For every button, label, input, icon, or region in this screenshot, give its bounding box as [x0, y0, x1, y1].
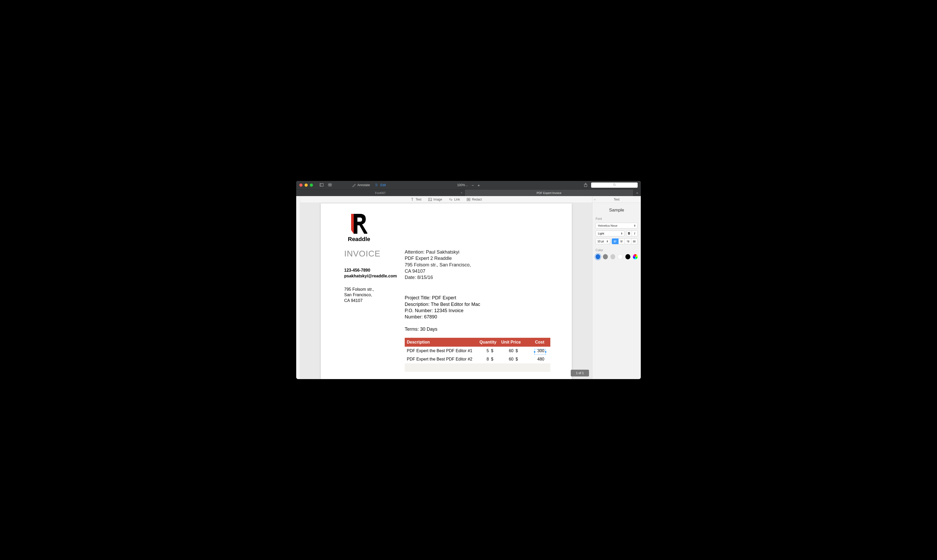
select-arrows-icon: ▲▼ [634, 224, 636, 227]
font-section-label: Font [595, 217, 638, 221]
svg-rect-5 [330, 185, 332, 186]
zoom-controls: 100%⌄ − + [457, 183, 480, 188]
color-swatch-gray[interactable] [603, 254, 608, 259]
add-tab-button[interactable]: + [634, 189, 641, 196]
svg-rect-2 [328, 183, 330, 185]
attention-line: CA 94107 [405, 268, 550, 274]
selection-handle-right[interactable] [545, 351, 546, 353]
cell-description: PDF Expert the Best PDF Editor #2 [405, 357, 480, 362]
document-body: INVOICE 123-456-7890 psakhatskyi@readdle… [344, 249, 548, 379]
image-tool-button[interactable]: Image [428, 198, 442, 201]
align-right-button[interactable] [625, 238, 631, 244]
italic-button[interactable]: I [632, 231, 638, 236]
table-row-empty [405, 363, 550, 372]
sidebar-toggle-icon[interactable] [320, 183, 323, 187]
cell-currency: $ [514, 349, 523, 353]
annotate-mode-button[interactable]: Annotate [352, 183, 370, 187]
attention-line: 795 Folsom str., San Francisco, [405, 262, 550, 268]
select-arrows-icon: ▲▼ [606, 240, 608, 243]
project-line: Description: The Best Editor for Mac [405, 301, 550, 308]
cell-quantity: 5 [480, 349, 489, 353]
traffic-lights [299, 183, 313, 187]
select-arrows-icon: ▲▼ [621, 232, 623, 235]
close-window-button[interactable] [299, 183, 303, 187]
redact-tool-button[interactable]: Redact [467, 198, 482, 201]
cell-description: PDF Expert the Best PDF Editor #1 [405, 349, 480, 353]
cell-currency: $ [489, 357, 498, 362]
minimize-window-button[interactable] [305, 183, 308, 187]
font-size-row: 10 pt ▲▼ [595, 238, 638, 244]
document-viewport[interactable]: Readdle INVOICE 123-456-7890 psakhatskyi… [300, 203, 592, 379]
attention-line: PDF Expert 2 Readdle [405, 255, 550, 262]
color-swatch-lightgray[interactable] [611, 254, 615, 259]
font-weight-select[interactable]: Light ▲▼ [595, 231, 625, 236]
tab-invoice[interactable]: PDF Expert Invoice [465, 189, 634, 196]
svg-point-7 [613, 183, 615, 185]
align-left-button[interactable] [612, 238, 619, 244]
color-swatch-black[interactable] [625, 254, 630, 259]
pdf-page[interactable]: Readdle INVOICE 123-456-7890 psakhatskyi… [321, 203, 572, 379]
chevron-down-icon: ⌄ [466, 184, 468, 187]
link-tool-button[interactable]: Link [449, 198, 460, 201]
grid-view-icon[interactable] [328, 183, 332, 187]
annotate-label: Annotate [357, 183, 370, 187]
alignment-group [612, 238, 638, 244]
font-family-value: Helvetica Neue [598, 224, 617, 227]
maximize-window-button[interactable] [310, 183, 313, 187]
font-weight-row: Light ▲▼ B I [595, 231, 638, 236]
titlebar: Annotate Edit 100%⌄ − + [296, 181, 641, 189]
address-line: 795 Folsom str., [344, 286, 397, 292]
thumbnail-strip[interactable]: ⋮ [296, 196, 300, 379]
main-view: Text Image Link Redact [300, 196, 592, 379]
tab-label: Font007 [375, 191, 386, 194]
date-line: Date: 8/15/16 [405, 274, 550, 280]
svg-rect-4 [328, 185, 330, 186]
doc-left-column: INVOICE 123-456-7890 psakhatskyi@readdle… [344, 249, 397, 379]
font-family-select[interactable]: Helvetica Neue ▲▼ [595, 223, 638, 229]
address-line: San Francisco, [344, 292, 397, 298]
collapse-sidebar-icon[interactable]: » [594, 198, 595, 201]
sidebar-body: Sample Font Helvetica Neue ▲▼ Light ▲▼ B… [592, 203, 641, 262]
text-tool-label: Text [416, 198, 422, 201]
color-swatch-blue[interactable] [595, 254, 600, 259]
search-input[interactable] [591, 183, 638, 188]
text-tool-button[interactable]: Text [411, 198, 422, 201]
share-icon[interactable] [584, 183, 588, 188]
color-swatch-custom[interactable] [633, 254, 638, 259]
bold-italic-group: B I [626, 231, 638, 236]
grip-icon: ⋮ [297, 198, 299, 200]
svg-line-8 [615, 185, 616, 186]
image-tool-label: Image [434, 198, 442, 201]
close-tab-icon[interactable]: × [461, 191, 463, 195]
cell-cost[interactable]: 300 [523, 349, 546, 353]
zoom-in-button[interactable]: + [478, 183, 480, 188]
font-size-select[interactable]: 10 pt ▲▼ [595, 238, 610, 244]
color-swatch-white[interactable] [618, 254, 623, 259]
align-center-button[interactable] [619, 238, 625, 244]
redact-tool-label: Redact [472, 198, 482, 201]
header-description: Description [405, 340, 480, 345]
titlebar-view-icons [320, 183, 332, 187]
edit-mode-button[interactable]: Edit [375, 183, 386, 187]
tab-font007[interactable]: Font007 × [296, 189, 465, 196]
cell-unit-price: 60 [498, 357, 514, 362]
zoom-out-button[interactable]: − [472, 183, 474, 188]
bold-button[interactable]: B [626, 231, 632, 236]
table-header: Description Quantity Unit Price Cost [405, 338, 550, 347]
titlebar-right [584, 183, 638, 188]
invoice-title: INVOICE [344, 249, 397, 258]
contact-block: 123-456-7890 psakhatskyi@readdle.com [344, 268, 397, 279]
selection-handle-left[interactable] [534, 351, 535, 353]
edit-toolbar: Text Image Link Redact [300, 196, 592, 203]
sample-preview: Sample [595, 208, 638, 213]
edit-label: Edit [380, 183, 386, 187]
svg-point-10 [429, 199, 430, 199]
text-selection-box[interactable] [534, 349, 546, 355]
align-justify-button[interactable] [631, 238, 638, 244]
terms-line: Terms: 30 Days [405, 326, 550, 332]
sidebar-header: » Text [592, 196, 641, 203]
color-swatches [595, 254, 638, 259]
attention-line: Attention: Paul Sakhatskyi [405, 249, 550, 255]
content-area: ⋮ Text Image Link Redact [296, 196, 641, 379]
zoom-level-dropdown[interactable]: 100%⌄ [457, 183, 468, 187]
